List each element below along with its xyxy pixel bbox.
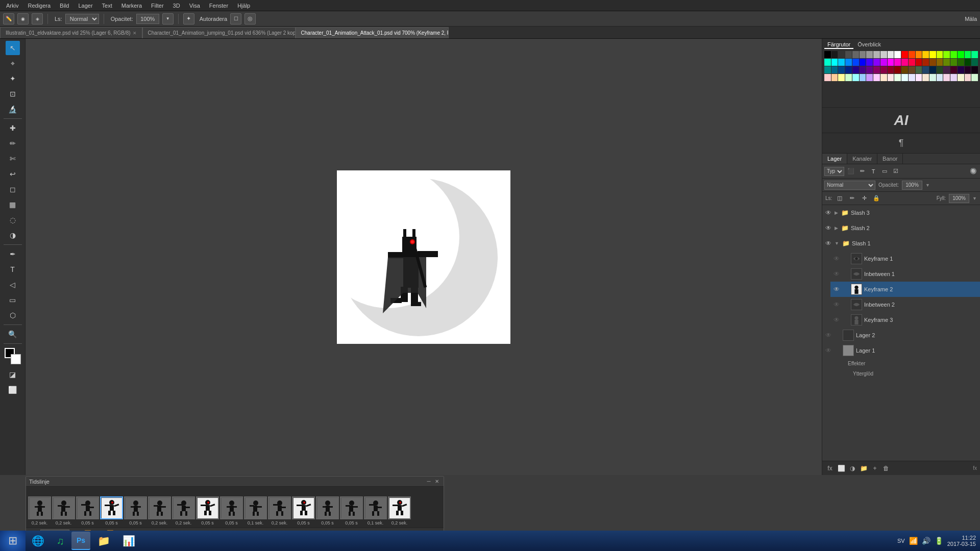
layer-mask-btn[interactable]: ⬜ [837, 464, 846, 473]
color-swatch[interactable] [909, 59, 915, 66]
3d-tool[interactable]: ⬡ [6, 308, 20, 322]
color-swatch[interactable] [958, 59, 964, 66]
lock-transparent-btn[interactable]: ◫ [835, 194, 844, 203]
color-swatch[interactable] [971, 51, 978, 58]
expand-slash3[interactable]: ▶ [835, 210, 838, 215]
fargrutor-tab[interactable]: Färgrutor [824, 41, 853, 49]
timeline-frame-5[interactable]: 0,2 sek. [148, 496, 171, 525]
menu-lager[interactable]: Lager [74, 2, 96, 10]
menu-bild[interactable]: Bild [56, 2, 73, 10]
color-swatch[interactable] [929, 74, 936, 81]
color-swatch[interactable] [873, 51, 880, 58]
color-swatch[interactable] [943, 74, 950, 81]
color-swatch[interactable] [894, 59, 901, 66]
color-swatch[interactable] [838, 74, 845, 81]
color-swatch[interactable] [965, 51, 971, 58]
color-swatch[interactable] [950, 59, 957, 66]
lock-all-btn[interactable]: 🔒 [872, 194, 881, 203]
layer-adjustment-btn[interactable]: ◑ [848, 464, 857, 473]
color-swatch[interactable] [824, 59, 831, 66]
menu-visa[interactable]: Visa [185, 2, 204, 10]
dodge-tool[interactable]: ◑ [6, 228, 20, 242]
timeline-frame-9[interactable]: 0,1 sek. [244, 496, 267, 525]
color-swatch[interactable] [880, 51, 887, 58]
layer-lager2[interactable]: 👁 Lager 2 [822, 328, 980, 343]
color-swatch[interactable] [824, 66, 831, 73]
color-swatch[interactable] [894, 74, 901, 81]
color-swatch[interactable] [916, 74, 922, 81]
overblick-tab[interactable]: Överblick [854, 41, 884, 49]
timeline-frame-7[interactable]: 0,05 s [196, 496, 219, 525]
menu-arkiv[interactable]: Arkiv [2, 2, 22, 10]
screen-mode-btn[interactable]: ⬜ [6, 383, 20, 397]
tool-angle-btn[interactable]: ◈ [32, 13, 43, 24]
menu-hjalp[interactable]: Hjälp [233, 2, 254, 10]
color-swatch[interactable] [866, 59, 873, 66]
banor-tab[interactable]: Banor [877, 154, 903, 164]
color-swatch[interactable] [831, 51, 838, 58]
tab-attack[interactable]: Character_01_Animation_Attack_01.psd vid… [296, 27, 449, 38]
layer-filter-btn3[interactable]: T [869, 167, 878, 176]
color-swatch[interactable] [929, 51, 936, 58]
timeline-frame-8[interactable]: 0,05 s [220, 496, 243, 525]
eye-keyframe1[interactable]: 👁 [832, 255, 841, 262]
color-swatch[interactable] [971, 59, 978, 66]
clone-tool[interactable]: ✄ [6, 152, 20, 166]
color-swatch[interactable] [873, 59, 880, 66]
timeline-frames-container[interactable]: 0,2 sek.0,2 sek.0,05 s0,05 s0,05 s0,2 se… [26, 487, 444, 528]
taskbar-photoshop[interactable]: Ps [71, 532, 90, 550]
pen-tool[interactable]: ✒ [6, 247, 20, 261]
lock-paint-btn[interactable]: ✏ [847, 194, 856, 203]
expand-slash2[interactable]: ▶ [835, 226, 838, 231]
layer-filter-toggle[interactable]: 🔘 [969, 167, 978, 176]
color-swatch[interactable] [831, 59, 838, 66]
color-swatch[interactable] [916, 51, 922, 58]
color-swatch[interactable] [958, 74, 964, 81]
eye-inbetween1[interactable]: 👁 [832, 270, 841, 278]
color-swatch[interactable] [873, 66, 880, 73]
timeline-frame-13[interactable]: 0,05 s [340, 496, 363, 525]
color-swatch[interactable] [888, 59, 894, 66]
taskbar-app5[interactable]: 📊 [117, 532, 140, 550]
color-swatch[interactable] [901, 51, 908, 58]
layer-filter-btn2[interactable]: ✏ [857, 167, 867, 176]
color-swatch[interactable] [937, 51, 943, 58]
color-swatch[interactable] [860, 59, 866, 66]
layer-slash2[interactable]: 👁 ▶ 📁 Slash 2 [822, 220, 980, 236]
path-tool[interactable]: ◁ [6, 278, 20, 292]
layer-opacity-input[interactable] [902, 181, 922, 190]
color-swatch[interactable] [965, 59, 971, 66]
fill-arrow[interactable]: ▼ [972, 196, 977, 201]
timeline-frame-10[interactable]: 0,2 sek. [268, 496, 291, 525]
color-swatch[interactable] [901, 66, 908, 73]
healing-tool[interactable]: ✚ [6, 121, 20, 135]
lasso-tool[interactable]: ⌖ [6, 56, 20, 70]
color-swatch[interactable] [824, 74, 831, 81]
quick-mask-btn[interactable]: ◪ [6, 367, 20, 382]
color-swatch[interactable] [860, 74, 866, 81]
color-swatch[interactable] [852, 59, 859, 66]
tab-jumping[interactable]: Character_01_Animation_jumping_01.psd vi… [142, 27, 296, 38]
eye-keyframe2[interactable]: 👁 [832, 286, 841, 293]
layer-lager1[interactable]: 👁 Lager 1 [822, 343, 980, 358]
layer-filter-btn4[interactable]: ▭ [880, 167, 889, 176]
color-swatch[interactable] [929, 59, 936, 66]
start-button[interactable]: ⊞ [0, 531, 26, 551]
color-swatch[interactable] [909, 74, 915, 81]
color-swatch[interactable] [958, 51, 964, 58]
menu-markera[interactable]: Markera [117, 2, 146, 10]
color-swatch[interactable] [894, 51, 901, 58]
timeline-frame-15[interactable]: 0,2 sek. [388, 496, 411, 525]
timeline-frame-12[interactable]: 0,05 s [316, 496, 339, 525]
timeline-frame-0[interactable]: 0,2 sek. [28, 496, 51, 525]
color-swatch[interactable] [873, 74, 880, 81]
tab-illustratin[interactable]: Illustratin_01_eldvaktare.psd vid 25% (L… [0, 27, 142, 38]
color-swatch[interactable] [852, 74, 859, 81]
autoradera-check[interactable]: ☐ [230, 13, 241, 24]
eye-lager1[interactable]: 👁 [824, 347, 832, 354]
layer-blend-select[interactable]: Normal [824, 181, 875, 190]
brush-tool-btn[interactable]: ✏️ [3, 13, 14, 24]
layer-slash1[interactable]: 👁 ▼ 📁 Slash 1 [822, 236, 980, 251]
color-swatch[interactable] [852, 66, 859, 73]
color-swatch[interactable] [909, 66, 915, 73]
